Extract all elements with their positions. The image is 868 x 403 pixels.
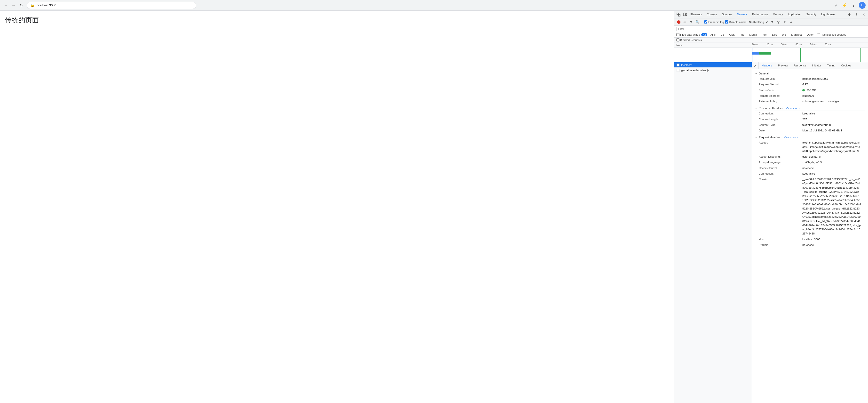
- tick-60ms: 60 ms: [825, 43, 831, 46]
- filter-doc[interactable]: Doc: [770, 33, 779, 36]
- resp-date-label: Date:: [759, 128, 802, 133]
- req-connection-value: keep-alive: [802, 172, 861, 176]
- request-url-label: Request URL:: [759, 77, 802, 81]
- throttle-arrow-icon[interactable]: ▼: [770, 20, 775, 25]
- filter-js[interactable]: JS: [719, 33, 726, 36]
- request-headers-view-source[interactable]: View source: [784, 136, 798, 139]
- page-content: 传统的页面: [0, 11, 674, 403]
- preserve-log-checkbox[interactable]: [704, 20, 707, 24]
- blocked-requests-checkbox[interactable]: [676, 38, 680, 41]
- more-tools-icon[interactable]: ⋮: [854, 11, 860, 18]
- record-button[interactable]: [676, 20, 681, 25]
- throttle-select[interactable]: No throttling: [748, 20, 769, 24]
- settings-icon[interactable]: ⚙: [846, 11, 852, 18]
- timeline-waterfall: [674, 48, 868, 62]
- filter-input[interactable]: [676, 27, 715, 31]
- svg-rect-0: [677, 13, 679, 15]
- hide-data-urls-label[interactable]: Hide data URLs: [676, 33, 700, 36]
- devtools-device-icon[interactable]: [682, 11, 688, 18]
- tab-security[interactable]: Security: [804, 11, 819, 19]
- resp-content-length-label: Content-Length:: [759, 117, 802, 121]
- tick-20ms: 20 ms: [767, 43, 773, 46]
- devtools-inspect-icon[interactable]: [675, 11, 682, 18]
- back-button[interactable]: ←: [2, 2, 9, 9]
- has-blocked-cookies-checkbox[interactable]: [817, 33, 820, 36]
- has-blocked-cookies-label[interactable]: Has blocked cookies: [817, 33, 846, 36]
- general-arrow: ▼: [755, 72, 757, 75]
- filter-icon[interactable]: [688, 20, 694, 25]
- detail-tab-headers[interactable]: Headers: [759, 62, 775, 69]
- status-code-row: Status Code: 200 OK: [755, 88, 865, 93]
- general-section-header[interactable]: ▼ General: [755, 71, 865, 76]
- blocked-requests-bar: Blocked Requests: [674, 37, 868, 42]
- req-connection-row: Connection: keep-alive: [755, 171, 865, 176]
- clear-button[interactable]: ▭: [682, 20, 687, 25]
- filter-media[interactable]: Media: [748, 33, 758, 36]
- response-headers-section[interactable]: ▼ Response Headers View source: [755, 106, 865, 111]
- tab-sources[interactable]: Sources: [719, 11, 735, 19]
- detail-tab-preview[interactable]: Preview: [775, 62, 791, 69]
- blocked-requests-label[interactable]: Blocked Requests: [676, 38, 702, 41]
- req-accept-row: Accept: text/html,application/xhtml+xml,…: [755, 140, 865, 154]
- download-icon[interactable]: ⇩: [788, 20, 794, 25]
- disable-cache-label[interactable]: Disable cache: [725, 20, 747, 24]
- preserve-log-label[interactable]: Preserve log: [704, 20, 724, 24]
- tab-memory[interactable]: Memory: [770, 11, 785, 19]
- filter-img[interactable]: Img: [738, 33, 746, 36]
- tab-console[interactable]: Console: [705, 11, 719, 19]
- tick-50ms: 50 ms: [810, 43, 817, 46]
- request-headers-section[interactable]: ▼ Request Headers View source: [755, 135, 865, 140]
- favicon-localhost: [676, 63, 680, 67]
- bookmark-button[interactable]: ☆: [833, 2, 839, 9]
- req-cache-control-label: Cache-Control:: [759, 166, 802, 170]
- request-method-row: Request Method: GET: [755, 82, 865, 87]
- filter-other[interactable]: Other: [805, 33, 815, 36]
- req-accept-encoding-label: Accept-Encoding:: [759, 155, 802, 159]
- wifi-icon[interactable]: [776, 20, 781, 25]
- tab-application[interactable]: Application: [785, 11, 804, 19]
- disable-cache-checkbox[interactable]: [725, 20, 728, 24]
- detail-tab-cookies[interactable]: Cookies: [838, 62, 854, 69]
- reload-button[interactable]: ⟳: [18, 2, 25, 9]
- more-button[interactable]: ⋮: [850, 2, 857, 9]
- hide-data-urls-text: Hide data URLs: [680, 33, 700, 36]
- filter-ws[interactable]: WS: [780, 33, 788, 36]
- all-badge: All: [701, 33, 707, 36]
- resp-connection-row: Connection: keep-alive: [755, 111, 865, 116]
- req-cache-control-value: no-cache: [802, 166, 861, 170]
- record-dot: [677, 20, 680, 24]
- req-connection-label: Connection:: [759, 172, 802, 176]
- filter-font[interactable]: Font: [760, 33, 769, 36]
- tab-elements[interactable]: Elements: [688, 11, 705, 19]
- search-icon[interactable]: 🔍: [695, 20, 700, 25]
- extensions-button[interactable]: ⚡: [841, 2, 848, 9]
- detail-tab-initiator[interactable]: Initiator: [809, 62, 824, 69]
- resp-date-row: Date: Mon, 12 Jul 2021 04:46:09 GMT: [755, 128, 865, 133]
- detail-tab-timing[interactable]: Timing: [824, 62, 838, 69]
- network-list: localhost global-search-online.js ✕ Head…: [674, 62, 868, 403]
- filter-css[interactable]: CSS: [727, 33, 737, 36]
- req-accept-value: text/html,application/xhtml+xml,applicat…: [802, 141, 861, 153]
- tab-lighthouse[interactable]: Lighthouse: [819, 11, 837, 19]
- detail-tab-response[interactable]: Response: [791, 62, 809, 69]
- req-accept-language-label: Accept-Language:: [759, 160, 802, 164]
- filter-xhr[interactable]: XHR: [709, 33, 718, 36]
- req-pragma-label: Pragma:: [759, 243, 802, 247]
- waterfall-green-line: [800, 48, 801, 62]
- request-item-localhost[interactable]: localhost: [674, 62, 752, 68]
- address-bar[interactable]: 🔒 localhost:3000: [27, 2, 196, 9]
- close-devtools-icon[interactable]: ✕: [861, 11, 867, 18]
- forward-button[interactable]: →: [10, 2, 17, 9]
- hide-data-urls-checkbox[interactable]: [676, 33, 680, 36]
- req-host-label: Host:: [759, 237, 802, 241]
- response-headers-view-source[interactable]: View source: [786, 107, 800, 110]
- filter-manifest[interactable]: Manifest: [789, 33, 803, 36]
- detail-close-button[interactable]: ✕: [752, 62, 759, 69]
- upload-icon[interactable]: ⇧: [782, 20, 787, 25]
- req-pragma-row: Pragma: no-cache: [755, 242, 865, 248]
- has-blocked-cookies-text: Has blocked cookies: [821, 33, 846, 36]
- tab-network[interactable]: Network: [735, 11, 749, 19]
- separator-1: [702, 20, 702, 24]
- request-item-global-search[interactable]: global-search-online.js: [674, 68, 752, 73]
- tab-performance[interactable]: Performance: [750, 11, 771, 19]
